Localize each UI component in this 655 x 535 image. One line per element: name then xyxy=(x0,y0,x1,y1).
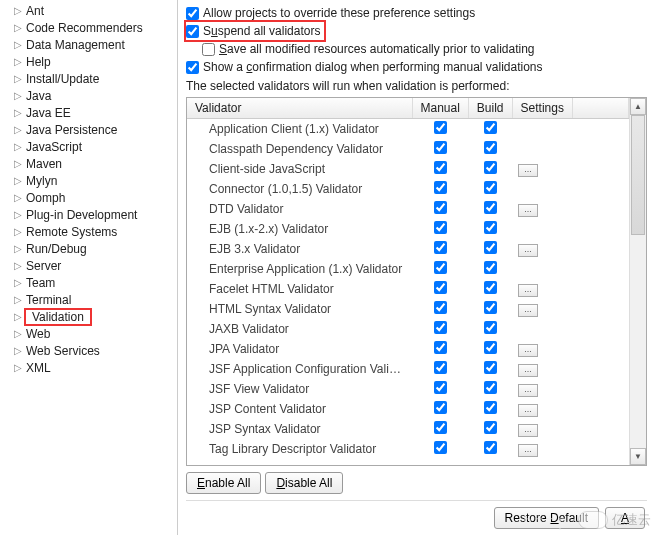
manual-checkbox[interactable] xyxy=(434,221,447,234)
build-checkbox[interactable] xyxy=(484,141,497,154)
table-row[interactable]: Tag Library Descriptor Validator... xyxy=(187,439,629,459)
build-checkbox[interactable] xyxy=(484,441,497,454)
expand-arrow-icon[interactable]: ▷ xyxy=(14,141,24,152)
scroll-up-icon[interactable]: ▲ xyxy=(630,98,646,115)
tree-item-help[interactable]: ▷Help xyxy=(4,53,177,70)
validators-table[interactable]: Validator Manual Build Settings Applicat… xyxy=(187,98,629,459)
manual-checkbox[interactable] xyxy=(434,401,447,414)
manual-checkbox[interactable] xyxy=(434,141,447,154)
table-row[interactable]: JPA Validator... xyxy=(187,339,629,359)
expand-arrow-icon[interactable]: ▷ xyxy=(14,345,24,356)
settings-button[interactable]: ... xyxy=(518,384,538,397)
tree-item-validation[interactable]: ▷Validation xyxy=(4,308,177,325)
manual-checkbox[interactable] xyxy=(434,161,447,174)
expand-arrow-icon[interactable]: ▷ xyxy=(14,192,24,203)
table-row[interactable]: Connector (1.0,1.5) Validator xyxy=(187,179,629,199)
build-checkbox[interactable] xyxy=(484,301,497,314)
expand-arrow-icon[interactable]: ▷ xyxy=(14,294,24,305)
table-row[interactable]: JSP Content Validator... xyxy=(187,399,629,419)
settings-button[interactable]: ... xyxy=(518,404,538,417)
enable-all-button[interactable]: Enable All xyxy=(186,472,261,494)
build-checkbox[interactable] xyxy=(484,221,497,234)
build-checkbox[interactable] xyxy=(484,341,497,354)
tree-item-oomph[interactable]: ▷Oomph xyxy=(4,189,177,206)
build-checkbox[interactable] xyxy=(484,261,497,274)
col-settings[interactable]: Settings xyxy=(512,98,572,119)
settings-button[interactable]: ... xyxy=(518,424,538,437)
expand-arrow-icon[interactable]: ▷ xyxy=(14,39,24,50)
tree-item-install-update[interactable]: ▷Install/Update xyxy=(4,70,177,87)
table-row[interactable]: JSF Application Configuration Valida....… xyxy=(187,359,629,379)
expand-arrow-icon[interactable]: ▷ xyxy=(14,73,24,84)
table-row[interactable]: Client-side JavaScript... xyxy=(187,159,629,179)
tree-item-run-debug[interactable]: ▷Run/Debug xyxy=(4,240,177,257)
manual-checkbox[interactable] xyxy=(434,201,447,214)
expand-arrow-icon[interactable]: ▷ xyxy=(14,90,24,101)
tree-item-javascript[interactable]: ▷JavaScript xyxy=(4,138,177,155)
settings-button[interactable]: ... xyxy=(518,204,538,217)
manual-checkbox[interactable] xyxy=(434,361,447,374)
table-scrollbar[interactable]: ▲ ▼ xyxy=(629,98,646,465)
tree-item-java[interactable]: ▷Java xyxy=(4,87,177,104)
manual-checkbox[interactable] xyxy=(434,261,447,274)
tree-item-terminal[interactable]: ▷Terminal xyxy=(4,291,177,308)
tree-item-java-persistence[interactable]: ▷Java Persistence xyxy=(4,121,177,138)
manual-checkbox[interactable] xyxy=(434,421,447,434)
tree-item-mylyn[interactable]: ▷Mylyn xyxy=(4,172,177,189)
table-row[interactable]: EJB (1.x-2.x) Validator xyxy=(187,219,629,239)
tree-item-team[interactable]: ▷Team xyxy=(4,274,177,291)
tree-item-plug-in-development[interactable]: ▷Plug-in Development xyxy=(4,206,177,223)
table-row[interactable]: HTML Syntax Validator... xyxy=(187,299,629,319)
build-checkbox[interactable] xyxy=(484,121,497,134)
tree-item-web[interactable]: ▷Web xyxy=(4,325,177,342)
tree-item-web-services[interactable]: ▷Web Services xyxy=(4,342,177,359)
manual-checkbox[interactable] xyxy=(434,121,447,134)
expand-arrow-icon[interactable]: ▷ xyxy=(14,243,24,254)
tree-item-server[interactable]: ▷Server xyxy=(4,257,177,274)
expand-arrow-icon[interactable]: ▷ xyxy=(14,22,24,33)
settings-button[interactable]: ... xyxy=(518,344,538,357)
expand-arrow-icon[interactable]: ▷ xyxy=(14,328,24,339)
manual-checkbox[interactable] xyxy=(434,241,447,254)
table-row[interactable]: JAXB Validator xyxy=(187,319,629,339)
manual-checkbox[interactable] xyxy=(434,301,447,314)
opt-suspend-validators[interactable]: Suspend all validators xyxy=(186,22,324,40)
settings-button[interactable]: ... xyxy=(518,444,538,457)
manual-checkbox[interactable] xyxy=(434,441,447,454)
tree-item-java-ee[interactable]: ▷Java EE xyxy=(4,104,177,121)
expand-arrow-icon[interactable]: ▷ xyxy=(14,277,24,288)
build-checkbox[interactable] xyxy=(484,421,497,434)
table-row[interactable]: JSF View Validator... xyxy=(187,379,629,399)
col-validator[interactable]: Validator xyxy=(187,98,412,119)
build-checkbox[interactable] xyxy=(484,401,497,414)
settings-button[interactable]: ... xyxy=(518,244,538,257)
checkbox-allow-override[interactable] xyxy=(186,7,199,20)
expand-arrow-icon[interactable]: ▷ xyxy=(14,56,24,67)
expand-arrow-icon[interactable]: ▷ xyxy=(14,124,24,135)
expand-arrow-icon[interactable]: ▷ xyxy=(14,209,24,220)
tree-item-remote-systems[interactable]: ▷Remote Systems xyxy=(4,223,177,240)
settings-button[interactable]: ... xyxy=(518,364,538,377)
build-checkbox[interactable] xyxy=(484,321,497,334)
opt-save-modified[interactable]: Save all modified resources automaticall… xyxy=(202,40,647,58)
settings-button[interactable]: ... xyxy=(518,304,538,317)
manual-checkbox[interactable] xyxy=(434,341,447,354)
col-manual[interactable]: Manual xyxy=(412,98,468,119)
manual-checkbox[interactable] xyxy=(434,181,447,194)
checkbox-save-modified[interactable] xyxy=(202,43,215,56)
build-checkbox[interactable] xyxy=(484,241,497,254)
settings-button[interactable]: ... xyxy=(518,164,538,177)
build-checkbox[interactable] xyxy=(484,381,497,394)
checkbox-show-conf[interactable] xyxy=(186,61,199,74)
build-checkbox[interactable] xyxy=(484,181,497,194)
tree-item-maven[interactable]: ▷Maven xyxy=(4,155,177,172)
scroll-down-icon[interactable]: ▼ xyxy=(630,448,646,465)
col-build[interactable]: Build xyxy=(468,98,512,119)
build-checkbox[interactable] xyxy=(484,201,497,214)
expand-arrow-icon[interactable]: ▷ xyxy=(14,226,24,237)
manual-checkbox[interactable] xyxy=(434,281,447,294)
opt-show-confirmation[interactable]: Show a confirmation dialog when performi… xyxy=(186,58,647,76)
manual-checkbox[interactable] xyxy=(434,321,447,334)
table-row[interactable]: Application Client (1.x) Validator xyxy=(187,119,629,140)
build-checkbox[interactable] xyxy=(484,161,497,174)
